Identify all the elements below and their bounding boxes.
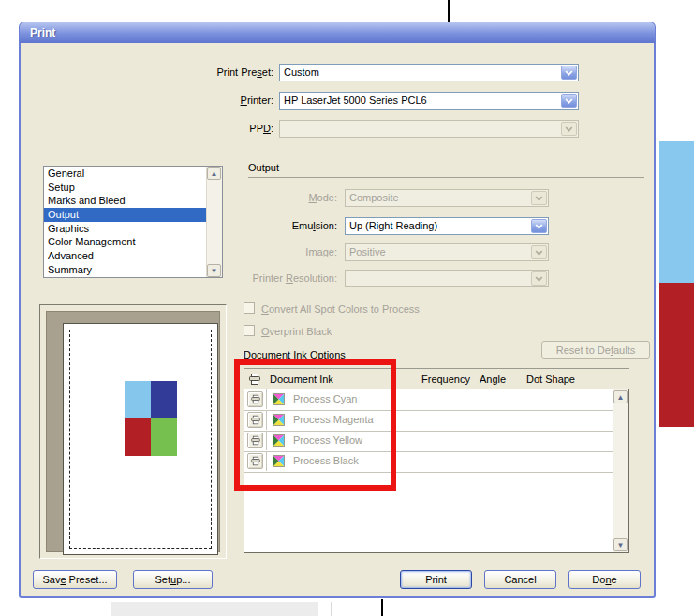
- green-square: [151, 418, 177, 456]
- chevron-down-icon[interactable]: [531, 219, 547, 233]
- scroll-up-icon[interactable]: ▲: [207, 167, 221, 180]
- sections-list: General Setup Marks and Bleed Output Gra…: [43, 166, 223, 278]
- chevron-down-icon[interactable]: [561, 66, 577, 80]
- chevron-down-icon: [531, 271, 547, 286]
- reset-to-defaults-button: Reset to Defaults: [541, 341, 650, 359]
- ppd-label: PPD:: [142, 123, 273, 134]
- screen: Print Print Preset: Custom Printer: HP L…: [0, 0, 694, 616]
- column-header-frequency: Frequency: [421, 374, 470, 385]
- convert-spot-label: Convert All Spot Colors to Process: [261, 303, 420, 315]
- dialog-title: Print: [30, 26, 55, 39]
- chevron-down-icon[interactable]: [561, 94, 577, 108]
- print-preset-select[interactable]: Custom: [279, 64, 579, 81]
- cancel-button[interactable]: Cancel: [484, 570, 556, 589]
- sidebar-item-advanced[interactable]: Advanced: [44, 249, 207, 263]
- output-section-title: Output: [248, 162, 279, 173]
- pasteboard-strip: [111, 602, 318, 616]
- chevron-down-icon: [531, 245, 547, 259]
- image-select: Positive: [345, 243, 549, 261]
- preview-page: [63, 323, 218, 555]
- column-header-dot-shape: Dot Shape: [526, 374, 575, 385]
- emulsion-label: Emulsion:: [206, 220, 337, 231]
- print-preset-label: Print Preset:: [142, 66, 273, 78]
- sidebar-item-marks-and-bleed[interactable]: Marks and Bleed: [44, 194, 207, 208]
- scroll-up-icon[interactable]: ▲: [613, 390, 628, 403]
- light-blue-square: [125, 381, 151, 418]
- document-blue-swatch: [659, 141, 694, 283]
- ppd-select: [279, 120, 579, 138]
- red-square: [125, 418, 151, 456]
- ink-table-scrollbar[interactable]: ▲ ▼: [613, 389, 628, 552]
- printer-resolution-label: Printer Resolution:: [199, 272, 337, 284]
- emulsion-value: Up (Right Reading): [349, 220, 529, 231]
- save-preset-button[interactable]: Save Preset...: [33, 570, 117, 589]
- overprint-black-label: Overprint Black: [261, 326, 332, 337]
- image-label: Image:: [206, 246, 337, 257]
- print-button[interactable]: Print: [400, 570, 472, 589]
- mode-select: Composite: [345, 189, 549, 207]
- pasteboard-divider: [331, 602, 332, 616]
- preview-frame: [46, 311, 220, 552]
- sidebar-item-general[interactable]: General: [44, 167, 207, 181]
- printer-label: Printer:: [142, 95, 273, 106]
- page-guide-line-top: [448, 0, 450, 22]
- emulsion-select[interactable]: Up (Right Reading): [345, 217, 549, 235]
- sidebar-item-color-management[interactable]: Color Management: [44, 235, 207, 249]
- column-header-angle: Angle: [480, 374, 506, 385]
- mode-value: Composite: [349, 192, 529, 203]
- sidebar-item-graphics[interactable]: Graphics: [44, 222, 207, 236]
- printer-resolution-select: [345, 270, 549, 287]
- chevron-down-icon: [561, 122, 577, 136]
- dialog-titlebar[interactable]: Print: [20, 22, 655, 43]
- preview-artwork: [125, 381, 177, 456]
- print-dialog: Print Print Preset: Custom Printer: HP L…: [19, 22, 656, 598]
- mode-label: Mode:: [206, 192, 337, 203]
- overprint-black-checkbox: [244, 325, 255, 336]
- print-preview: [39, 304, 227, 559]
- printer-value: HP LaserJet 5000 Series PCL6: [284, 95, 559, 106]
- printer-select[interactable]: HP LaserJet 5000 Series PCL6: [279, 92, 579, 110]
- document-red-swatch: [659, 283, 694, 427]
- dark-blue-square: [151, 381, 177, 418]
- done-button[interactable]: Done: [568, 570, 641, 589]
- sidebar-item-summary[interactable]: Summary: [44, 263, 207, 277]
- setup-button[interactable]: Setup...: [133, 570, 213, 589]
- image-value: Positive: [349, 246, 529, 257]
- section-divider: [248, 177, 644, 178]
- chevron-down-icon: [531, 191, 547, 205]
- sidebar-item-output[interactable]: Output: [44, 208, 207, 222]
- annotation-rectangle: [234, 359, 396, 491]
- scroll-down-icon[interactable]: ▼: [613, 538, 628, 551]
- convert-spot-checkbox: [244, 302, 255, 314]
- print-preset-value: Custom: [284, 66, 559, 78]
- page-guide-line-bottom: [381, 599, 383, 616]
- sidebar-item-setup[interactable]: Setup: [44, 181, 207, 195]
